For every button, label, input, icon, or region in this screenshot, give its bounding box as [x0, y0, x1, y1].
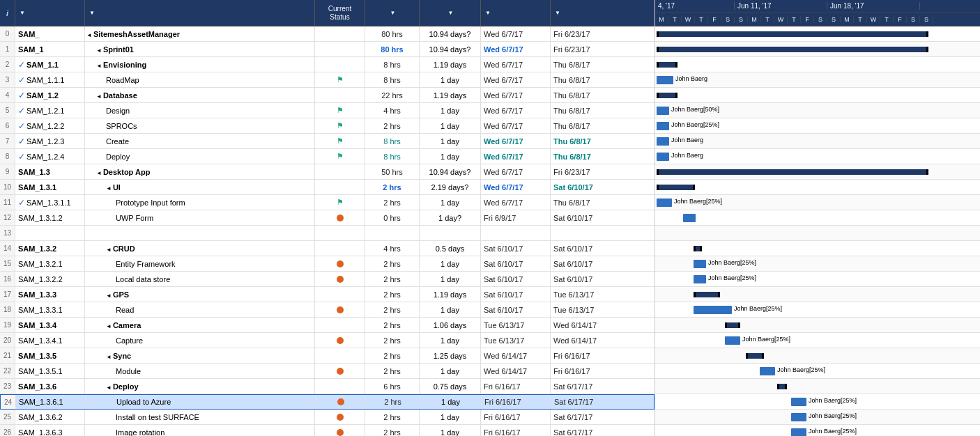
collapse-triangle-icon[interactable]: ◄	[106, 293, 112, 299]
gantt-bar[interactable]	[694, 275, 706, 283]
collapse-triangle-icon[interactable]: ◄	[96, 170, 102, 176]
gantt-bar[interactable]	[657, 31, 928, 37]
gantt-bar[interactable]	[657, 153, 669, 161]
gantt-bar[interactable]	[657, 137, 669, 146]
gantt-bar[interactable]	[694, 306, 732, 314]
gantt-bar[interactable]	[657, 47, 928, 52]
gantt-bar[interactable]	[791, 428, 806, 436]
gantt-bar[interactable]	[657, 76, 673, 84]
status-cell	[315, 379, 365, 394]
table-row[interactable]: 19SAM_1.3.4◄ Camera2 hrs1.06 daysTue 6/1…	[0, 318, 654, 333]
gantt-bar[interactable]	[746, 353, 764, 359]
gantt-bar[interactable]	[777, 384, 787, 389]
status-cell	[315, 287, 365, 302]
gantt-bar[interactable]	[657, 122, 669, 130]
work-header[interactable]: ▼	[365, 0, 420, 26]
collapse-triangle-icon[interactable]: ◄	[96, 47, 102, 54]
row-number: 20	[0, 333, 15, 348]
collapse-triangle-icon[interactable]: ◄	[96, 93, 102, 100]
task-name: ◄ GPS	[86, 290, 129, 299]
table-row[interactable]: 16SAM_1.3.2.2Local data store2 hrs1 dayS…	[0, 272, 654, 287]
table-row[interactable]: 3✓SAM_1.1.1RoadMap⚑8 hrs1 dayWed 6/7/17T…	[0, 72, 654, 88]
gantt-header: 4, '17 Jun 11, '17 Jun 18, '17 M T W T F…	[655, 0, 980, 26]
task-name: RoadMap	[86, 76, 139, 84]
gantt-bar-label: John Baerg[25%]	[742, 336, 790, 343]
finish-header[interactable]: ▼	[551, 0, 620, 26]
status-cell	[315, 318, 365, 332]
gantt-bar[interactable]	[725, 322, 740, 328]
duration-cell: 1 day	[420, 364, 481, 378]
table-row[interactable]: 17SAM_1.3.3◄ GPS2 hrs1.19 daysSat 6/10/1…	[0, 287, 654, 302]
status-cell: ⚑	[315, 149, 365, 164]
finish-cell: Fri 6/23/17	[551, 42, 620, 56]
collapse-triangle-icon[interactable]: ◄	[106, 323, 112, 329]
gantt-bar[interactable]	[694, 246, 702, 251]
table-row[interactable]: 14SAM_1.3.2◄ CRUD4 hrs0.5 daysSat 6/10/1…	[0, 241, 654, 256]
checkmark-icon: ✓	[18, 121, 25, 131]
table-row[interactable]: 26SAM_1.3.6.3Image rotation2 hrs1 dayFri…	[0, 425, 654, 436]
status-cell: ⚑	[315, 118, 365, 133]
table-row[interactable]: 0SAM_◄ SitemeshAssetManager80 hrs10.94 d…	[0, 26, 654, 42]
gantt-bar[interactable]	[657, 107, 669, 115]
gantt-bar[interactable]	[657, 62, 677, 68]
table-row[interactable]: 20SAM_1.3.4.1Capture2 hrs1 dayTue 6/13/1…	[0, 333, 654, 348]
table-row[interactable]: 23SAM_1.3.6◄ Deploy6 hrs0.75 daysFri 6/1…	[0, 379, 654, 394]
gantt-bar[interactable]	[725, 336, 740, 345]
table-row[interactable]: 25SAM_1.3.6.2Install on test SURFACE2 hr…	[0, 410, 654, 425]
gantt-bar[interactable]	[791, 398, 806, 406]
table-row[interactable]: 11✓SAM_1.3.1.1Prototype Input form⚑2 hrs…	[0, 195, 654, 210]
collapse-triangle-icon[interactable]: ◄	[106, 354, 112, 360]
gantt-bar[interactable]	[657, 185, 695, 190]
gantt-bar[interactable]	[657, 198, 672, 207]
duration-header[interactable]: ▼	[420, 0, 481, 26]
gantt-bar[interactable]	[791, 413, 806, 421]
table-row[interactable]: 8✓SAM_1.2.4Deploy⚑8 hrs1 dayWed 6/7/17Th…	[0, 149, 654, 164]
task-header[interactable]: ▼	[85, 0, 315, 26]
table-row[interactable]: 9SAM_1.3◄ Desktop App50 hrs10.94 days?We…	[0, 164, 654, 180]
collapse-triangle-icon[interactable]: ◄	[106, 247, 112, 253]
duration-cell: 2.19 days?	[420, 180, 481, 194]
gantt-bar[interactable]	[760, 367, 775, 375]
collapse-triangle-icon[interactable]: ◄	[106, 384, 112, 391]
table-row[interactable]: 7✓SAM_1.2.3Create⚑8 hrs1 dayWed 6/7/17Th…	[0, 134, 654, 149]
task-name: SPROCs	[86, 122, 137, 130]
table-row[interactable]: 13	[0, 226, 654, 241]
wbs-value: SAM_1.2.3	[26, 137, 64, 146]
status-circle-icon	[337, 306, 344, 313]
gantt-bar[interactable]	[694, 292, 720, 297]
table-row[interactable]: 21SAM_1.3.5◄ Sync2 hrs1.25 daysWed 6/14/…	[0, 348, 654, 364]
start-header[interactable]: ▼	[481, 0, 551, 26]
table-row[interactable]: 2✓SAM_1.1◄ Envisioning8 hrs1.19 daysWed …	[0, 57, 654, 72]
gantt-bar[interactable]	[657, 169, 928, 175]
table-row[interactable]: 22SAM_1.3.5.1Module2 hrs1 dayWed 6/14/17…	[0, 364, 654, 379]
gantt-bar[interactable]	[683, 214, 696, 222]
task-name: Prototype Input form	[86, 198, 185, 207]
work-cell: 8 hrs	[365, 72, 420, 87]
gantt-bar[interactable]	[694, 260, 706, 268]
table-row[interactable]: 1SAM_1◄ Sprint0180 hrs10.94 days?Wed 6/7…	[0, 42, 654, 57]
wbs-cell: SAM_1	[15, 42, 85, 56]
gantt-row: John Baerg[25%]	[655, 364, 980, 379]
table-row[interactable]: 5✓SAM_1.2.1Design⚑4 hrs1 dayWed 6/7/17Th…	[0, 103, 654, 118]
collapse-triangle-icon[interactable]: ◄	[86, 32, 92, 38]
gantt-bar-label: John Baerg[50%]	[671, 106, 719, 113]
table-row[interactable]: 24SAM_1.3.6.1Upload to Azure2 hrs1 dayFr…	[0, 394, 654, 410]
status-header[interactable]: CurrentStatus	[315, 0, 365, 26]
table-row[interactable]: 18SAM_1.3.3.1Read2 hrs1 daySat 6/10/17Tu…	[0, 302, 654, 318]
table-row[interactable]: 15SAM_1.3.2.1Entity Framework2 hrs1 dayS…	[0, 256, 654, 272]
table-row[interactable]: 12SAM_1.3.1.2UWP Form0 hrs1 day?Fri 6/9/…	[0, 210, 654, 226]
table-row[interactable]: 10SAM_1.3.1◄ UI2 hrs2.19 days?Wed 6/7/17…	[0, 180, 654, 195]
status-circle-icon	[337, 398, 344, 405]
row-number: 2	[0, 57, 15, 72]
task-cell: Local data store	[85, 272, 315, 286]
gantt-bar[interactable]	[657, 93, 677, 98]
duration-cell: 1 day	[420, 302, 481, 317]
wbs-header[interactable]: ▼	[15, 0, 85, 26]
collapse-triangle-icon[interactable]: ◄	[96, 63, 102, 69]
collapse-triangle-icon[interactable]: ◄	[106, 185, 112, 192]
finish-cell: Thu 6/8/17	[551, 149, 620, 164]
day-S2: S	[735, 16, 748, 23]
table-row[interactable]: 4✓SAM_1.2◄ Database22 hrs1.19 daysWed 6/…	[0, 88, 654, 103]
start-cell: Wed 6/7/17	[481, 180, 551, 194]
table-row[interactable]: 6✓SAM_1.2.2SPROCs⚑2 hrs1 dayWed 6/7/17Th…	[0, 118, 654, 134]
